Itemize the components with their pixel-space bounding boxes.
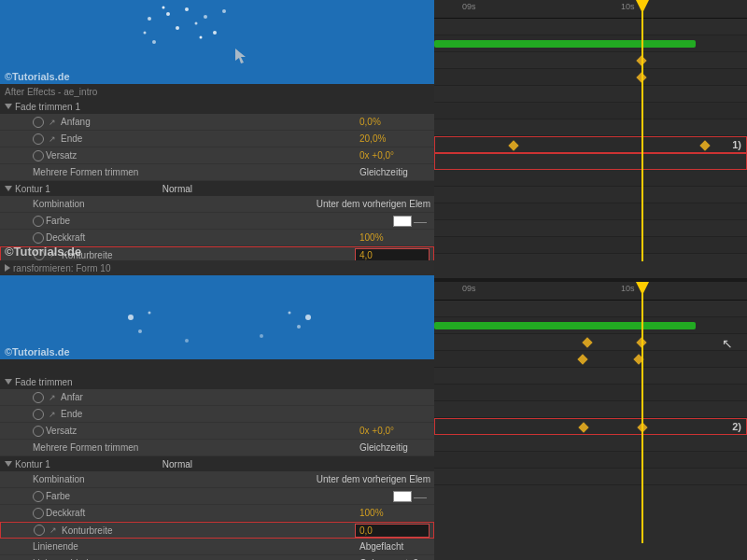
prop-row-ende: ↗ Ende 20,0% — [0, 131, 434, 147]
svg-point-2 — [148, 17, 151, 21]
timeline-row-b-10 — [434, 452, 747, 469]
transform-label: ransformieren: Form 10 — [0, 260, 434, 275]
stopwatch-icon-konturbreite[interactable] — [34, 249, 45, 260]
playhead-marker-top — [636, 0, 649, 13]
timeline-row-b-4 — [434, 351, 747, 368]
left-bottom-section: ©Tutorials.de Fade trimmen ↗ Anfar — [0, 275, 434, 560]
fade-trim-label: Fade trimmen 1 — [15, 102, 80, 112]
prop-label-mehrere-b: Mehrere Formen trimmen — [33, 442, 356, 453]
timeline-ruler-bottom: 09s 10s — [434, 282, 747, 301]
svg-point-8 — [144, 32, 147, 35]
timeline-row-14 — [434, 237, 747, 254]
prop-label-ende: Ende — [61, 133, 356, 144]
prop-row-versatz: Versatz 0x +0,0° — [0, 147, 434, 164]
ruler-label-09s-b: 09s — [462, 284, 476, 293]
stopwatch-icon-versatz-b[interactable] — [33, 426, 44, 437]
timeline-row-b-11 — [434, 469, 747, 485]
prop-value-mehrere[interactable]: Gleichzeitig — [356, 167, 430, 177]
prop-value-kombination-b[interactable]: Unter dem vorherigen Elem — [313, 474, 430, 484]
kontur1-header-bottom[interactable]: Kontur 1 Normal — [0, 456, 434, 471]
prop-label-konturbreite: Konturbreite — [62, 250, 355, 260]
timeline-row-11 — [434, 187, 747, 203]
prop-row-anfang-b: ↗ Anfar — [0, 389, 434, 406]
prop-label-deckkraft-b: Deckkraft — [46, 508, 356, 518]
keyframe-b-4a[interactable] — [577, 354, 587, 364]
stopwatch-icon-deckkraft-b[interactable] — [33, 508, 44, 519]
playhead-marker-bottom — [636, 282, 649, 295]
stopwatch-icon-farbe[interactable] — [33, 216, 44, 227]
svg-point-6 — [176, 26, 179, 30]
prop-value-anfang[interactable]: 0,0% — [356, 117, 430, 127]
keyframe-b-3a[interactable] — [582, 337, 592, 347]
timeline-ruler-top: 09s 10s — [434, 0, 747, 19]
prop-label-kombination: Kombination — [33, 199, 313, 209]
prop-value-linienende-b[interactable]: Abgeflacht — [356, 541, 430, 552]
timeline-row-6 — [434, 103, 747, 119]
svg-point-0 — [166, 12, 170, 16]
collapse-icon-bottom — [5, 379, 12, 385]
keyframe-right-top[interactable] — [699, 140, 710, 150]
svg-marker-12 — [235, 49, 246, 63]
prop-label-kombination-b: Kombination — [33, 474, 313, 484]
stopwatch-icon-ende-b[interactable] — [33, 409, 44, 420]
timeline-row-konturbreite: 1) — [434, 136, 747, 153]
badge-1: 1) — [732, 139, 741, 150]
prop-label-ende-b: Ende — [61, 409, 356, 419]
color-swatch-farbe[interactable] — [393, 216, 412, 227]
prop-value-versatz[interactable]: 0x +0,0° — [356, 150, 430, 161]
keyframe-left-top[interactable] — [508, 140, 518, 150]
prop-value-mehrere-b[interactable]: Gleichzeitig — [356, 442, 430, 453]
prop-value-ende[interactable]: 20,0% — [356, 133, 430, 144]
preview-bottom: ©Tutorials.de — [0, 275, 434, 359]
timeline-row-1 — [434, 19, 747, 35]
svg-point-17 — [297, 325, 301, 329]
filename-bar-bottom — [0, 359, 434, 374]
props-panel-top: Fade trimmen 1 ↗ Anfang 0,0% ↗ Ende 20,0… — [0, 99, 434, 260]
prop-value-konturbreite[interactable]: 4,0 — [355, 248, 430, 261]
main-container: ©Tutorials.de After Effects - ae_intro F… — [0, 0, 747, 560]
timeline-row-b-7 — [434, 401, 747, 418]
svg-point-4 — [162, 7, 165, 9]
stopwatch-icon-anfang-b[interactable] — [33, 392, 44, 403]
stopwatch-icon-konturbreite-b[interactable] — [34, 525, 45, 536]
prop-row-versatz-b: Versatz 0x +0,0° — [0, 423, 434, 440]
prop-row-anfang: ↗ Anfang 0,0% — [0, 114, 434, 131]
svg-point-15 — [305, 315, 311, 320]
svg-point-3 — [204, 15, 207, 19]
svg-point-14 — [128, 315, 134, 320]
prop-row-mehrere: Mehrere Formen trimmen Gleichzeitig — [0, 164, 434, 181]
transform-text: ransformieren: Form 10 — [13, 263, 110, 273]
timeline-row-linienende — [434, 153, 747, 170]
stopwatch-icon-versatz[interactable] — [33, 150, 44, 161]
prop-value-deckkraft-b[interactable]: 100% — [356, 508, 430, 518]
stopwatch-icon-farbe-b[interactable] — [33, 491, 44, 502]
fade-trim-label-bottom: Fade trimmen — [15, 377, 73, 387]
fade-trim-header[interactable]: Fade trimmen 1 — [0, 99, 434, 114]
timeline-row-12 — [434, 203, 747, 220]
transform-collapse-icon — [5, 264, 10, 272]
keyframe-b-left[interactable] — [578, 422, 588, 432]
stopwatch-icon-deckkraft[interactable] — [33, 232, 44, 244]
fade-trim-header-bottom[interactable]: Fade trimmen — [0, 374, 434, 389]
stopwatch-icon-anfang[interactable] — [33, 117, 44, 128]
prop-label-linienende-b: Linienende — [33, 541, 356, 552]
prop-value-versatz-b[interactable]: 0x +0,0° — [356, 426, 430, 436]
left-panel: ©Tutorials.de After Effects - ae_intro F… — [0, 0, 434, 560]
prop-value-kombination[interactable]: Unter dem vorherigen Elem — [313, 199, 430, 209]
prop-label-konturbreite-b: Konturbreite — [62, 525, 355, 536]
watermark-top: ©Tutorials.de — [5, 71, 70, 82]
badge-2: 2) — [732, 421, 741, 432]
color-swatch-farbe-b[interactable] — [393, 491, 412, 502]
kontur1-header[interactable]: Kontur 1 Normal — [0, 181, 434, 196]
prop-label-versatz-b: Versatz — [46, 426, 356, 436]
svg-point-19 — [260, 334, 263, 338]
playhead-bottom[interactable] — [641, 282, 643, 543]
prop-row-konturbreite: ↗ Konturbreite 4,0 — [0, 246, 434, 260]
stopwatch-icon-ende[interactable] — [33, 133, 44, 145]
prop-row-mehrere-b: Mehrere Formen trimmen Gleichzeitig — [0, 440, 434, 456]
prop-row-deckkraft: Deckkraft 100% — [0, 230, 434, 246]
prop-value-konturbreite-b[interactable]: 0,0 — [355, 524, 430, 538]
prop-value-deckkraft[interactable]: 100% — [356, 232, 430, 243]
playhead-top[interactable] — [641, 0, 643, 261]
timeline-row-7 — [434, 119, 747, 136]
